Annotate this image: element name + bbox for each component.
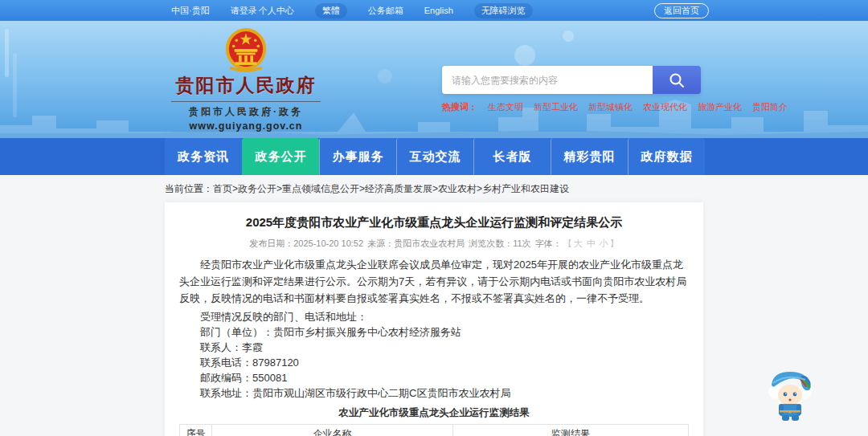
decor-bokeh xyxy=(514,45,535,66)
topbar-link-china-guiyang[interactable]: 中国·贵阳 xyxy=(171,5,210,17)
nav-tab-interaction[interactable]: 互动交流 xyxy=(396,138,473,175)
header-result: 监测结果 xyxy=(453,425,689,436)
decor-bokeh xyxy=(563,31,574,42)
publish-date: 发布日期：2025-10-20 10:52 xyxy=(249,238,363,248)
breadcrumb: 当前位置：首页>政务公开>重点领域信息公开>经济高质量发展>农业农村>乡村产业和… xyxy=(165,182,868,196)
article-paragraph: 经贵阳市农业产业化市级重点龙头企业联席会议成员单位审定，现对2025年开展的农业… xyxy=(179,257,689,307)
main-nav: 政务资讯 政务公开 办事服务 互动交流 长者版 精彩贵阳 政府数据 xyxy=(0,138,868,175)
contact-person: 联系人：李霞 xyxy=(179,340,689,355)
font-size-large-button[interactable]: 大 xyxy=(574,238,583,248)
font-size-label: 字体： xyxy=(535,238,562,248)
decor-streak xyxy=(5,29,9,77)
back-to-home-button[interactable]: 返回首页 xyxy=(654,3,709,18)
site-header: 贵阳市人民政府 贵阳市人民政府·政务 www.guiyang.gov.cn 热搜… xyxy=(0,21,868,138)
search-button[interactable] xyxy=(653,66,701,94)
login-link[interactable]: 请登录 xyxy=(231,5,257,17)
hot-word-link[interactable]: 生态文明 xyxy=(488,101,523,113)
hot-word-link[interactable]: 农业现代化 xyxy=(643,101,687,113)
accessibility-link[interactable]: 无障碍浏览 xyxy=(474,3,533,18)
contact-postcode: 邮政编码：550081 xyxy=(179,370,689,385)
official-mail-link[interactable]: 公务邮箱 xyxy=(368,5,403,17)
nav-tab-elderly-version[interactable]: 长者版 xyxy=(473,138,551,175)
bracket: 【 xyxy=(563,238,572,248)
contact-intro: 受理情况反映的部门、电话和地址： xyxy=(179,309,689,324)
search-area: 热搜词： 生态文明 新型工业化 新型城镇化 农业现代化 旅游产业化 贵阳简介 xyxy=(442,66,701,113)
hot-search-row: 热搜词： 生态文明 新型工业化 新型城镇化 农业现代化 旅游产业化 贵阳简介 xyxy=(442,101,701,113)
search-icon xyxy=(668,71,686,89)
breadcrumb-path[interactable]: 首页>政务公开>重点领域信息公开>经济高质量发展>农业农村>乡村产业和农田建设 xyxy=(213,183,569,194)
article-meta: 发布日期：2025-10-20 10:52 来源：贵阳市农业农村局 浏览次数：1… xyxy=(179,238,689,250)
view-count: 浏览次数：11次 xyxy=(469,238,530,248)
nav-tab-services[interactable]: 办事服务 xyxy=(319,138,396,175)
traditional-chinese-link[interactable]: 繁體 xyxy=(315,3,347,18)
table-caption: 农业产业化市级重点龙头企业运行监测结果 xyxy=(179,406,689,420)
article-card: 2025年度贵阳市农业产业化市级重点龙头企业运行监测和评定结果公示 发布日期：2… xyxy=(165,202,703,436)
nav-tab-highlights[interactable]: 精彩贵阳 xyxy=(551,138,628,175)
site-subtitle: 贵阳市人民政府·政务 xyxy=(171,101,321,119)
hot-search-label: 热搜词： xyxy=(442,101,477,113)
bracket: 】 xyxy=(610,238,619,248)
guiyang-gov-page: 中国·贵阳 请登录 个人中心 繁體 公务邮箱 English 无障碍浏览 返回首… xyxy=(0,0,868,436)
hot-word-link[interactable]: 旅游产业化 xyxy=(698,101,742,113)
article-title: 2025年度贵阳市农业产业化市级重点龙头企业运行监测和评定结果公示 xyxy=(179,215,689,230)
search-input[interactable] xyxy=(442,66,653,94)
assistant-mascot-button[interactable] xyxy=(765,365,815,425)
mascot-assistant-icon xyxy=(765,365,815,422)
hot-word-link[interactable]: 贵阳简介 xyxy=(752,101,788,113)
nav-tab-gov-data[interactable]: 政府数据 xyxy=(628,138,705,175)
personal-center-link[interactable]: 个人中心 xyxy=(259,5,294,17)
contact-address: 联系地址：贵阳市观山湖区市级行政中心二期C区贵阳市农业农村局 xyxy=(179,385,689,401)
breadcrumb-label: 当前位置： xyxy=(165,183,213,194)
font-size-small-button[interactable]: 小 xyxy=(600,238,608,248)
nav-tab-gov-info-disclosure[interactable]: 政务公开 xyxy=(242,138,319,175)
site-title: 贵阳市人民政府 xyxy=(171,73,321,98)
decor-bokeh xyxy=(378,69,392,84)
nav-tab-gov-news[interactable]: 政务资讯 xyxy=(165,138,242,175)
content-area: 当前位置：首页>政务公开>重点领域信息公开>经济高质量发展>农业农村>乡村产业和… xyxy=(0,175,868,436)
national-emblem-icon xyxy=(224,27,268,72)
english-link[interactable]: English xyxy=(424,6,453,15)
contact-phone: 联系电话：87987120 xyxy=(179,355,689,370)
monitoring-results-table: 序号 企业名称 监测结果 1 贵州合力超市采购有限公司 合格 2 贵州友禾种业有… xyxy=(179,424,689,436)
header-company-name: 企业名称 xyxy=(212,425,453,436)
site-url: www.guiyang.gov.cn xyxy=(171,120,321,132)
header-index: 序号 xyxy=(180,425,212,436)
article-source: 来源：贵阳市农业农村局 xyxy=(367,238,465,248)
contact-department: 部门（单位）：贵阳市乡村振兴服务中心农村经济服务站 xyxy=(179,324,689,340)
font-size-medium-button[interactable]: 中 xyxy=(587,238,596,248)
top-utility-bar: 中国·贵阳 请登录 个人中心 繁體 公务邮箱 English 无障碍浏览 返回首… xyxy=(0,0,868,21)
login-personal-center-group: 请登录 个人中心 xyxy=(231,5,294,17)
table-header-row: 序号 企业名称 监测结果 xyxy=(180,425,689,436)
hot-word-link[interactable]: 新型城镇化 xyxy=(588,101,633,113)
site-brand[interactable]: 贵阳市人民政府 贵阳市人民政府·政务 www.guiyang.gov.cn xyxy=(171,27,321,132)
hot-word-link[interactable]: 新型工业化 xyxy=(534,101,578,113)
